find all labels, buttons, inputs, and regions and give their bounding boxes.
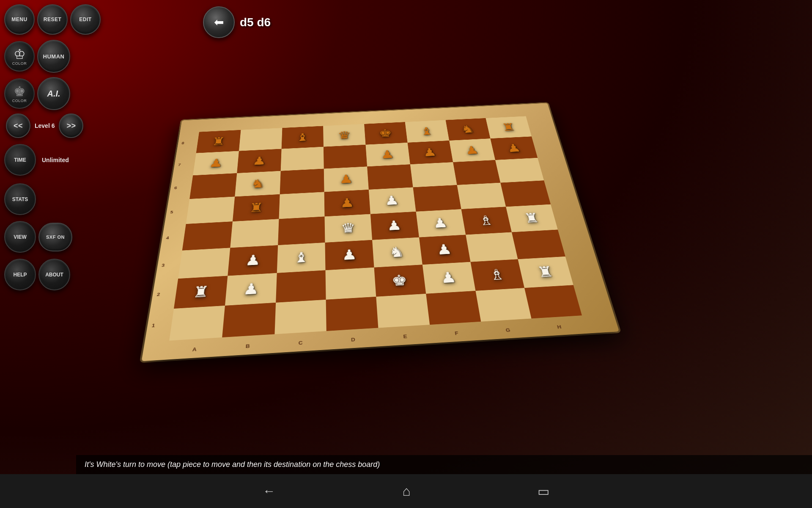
piece-h7: ♟ (506, 143, 522, 154)
square-d5[interactable]: ♟ (324, 190, 370, 217)
piece-a2: ♜ (192, 284, 210, 300)
square-b3[interactable]: ♟ (228, 245, 278, 276)
square-c3[interactable]: ♝ (277, 243, 325, 273)
nav-back-icon[interactable]: ← (263, 484, 275, 498)
level-prev-button[interactable]: << (6, 113, 30, 138)
square-f6[interactable] (410, 162, 457, 187)
piece-b3: ♟ (245, 253, 261, 268)
piece-e4: ♟ (387, 219, 403, 232)
square-c5[interactable] (279, 192, 325, 219)
square-g5[interactable] (457, 183, 506, 209)
square-d6[interactable]: ♟ (324, 166, 369, 192)
square-h6[interactable] (495, 158, 544, 183)
square-a7[interactable]: ♟ (193, 151, 239, 176)
square-h8[interactable]: ♜ (486, 116, 532, 138)
player1-color-button[interactable]: ♔ COLOR (4, 41, 35, 72)
square-b2[interactable]: ♟ (225, 273, 277, 306)
square-c8[interactable]: ♝ (281, 126, 324, 149)
square-b7[interactable]: ♟ (237, 149, 281, 173)
square-h1[interactable] (524, 285, 582, 318)
human-button[interactable]: HUMAN (37, 40, 70, 73)
square-g8[interactable]: ♞ (445, 118, 490, 141)
square-d1[interactable] (326, 297, 379, 331)
edit-button[interactable]: EDIT (70, 4, 101, 35)
square-h3[interactable] (512, 229, 565, 259)
piece-h4: ♜ (523, 211, 540, 224)
menu-button[interactable]: MENU (4, 4, 35, 35)
square-h4[interactable]: ♜ (506, 204, 557, 232)
square-f5[interactable] (413, 185, 461, 212)
square-b8[interactable] (239, 128, 282, 151)
level-row: << Level 6 >> (4, 113, 74, 138)
square-b5[interactable]: ♜ (233, 194, 280, 221)
square-e4[interactable]: ♟ (370, 212, 419, 240)
piece-h8: ♜ (501, 122, 516, 133)
square-a1[interactable] (169, 306, 225, 341)
square-h5[interactable] (500, 180, 551, 207)
square-e7[interactable]: ♟ (366, 143, 410, 166)
square-b4[interactable] (230, 219, 279, 248)
status-bar: It's White's turn to move (tap piece to … (76, 455, 812, 474)
last-move-text: d5 d6 (240, 16, 271, 29)
square-f2[interactable]: ♟ (422, 262, 475, 294)
square-a4[interactable] (182, 221, 233, 251)
square-a5[interactable] (186, 196, 235, 224)
square-d3[interactable]: ♟ (325, 240, 374, 271)
view-button[interactable]: VIEW (4, 221, 36, 253)
square-f3[interactable]: ♟ (419, 235, 470, 265)
stats-button[interactable]: STATS (4, 183, 36, 215)
square-g6[interactable] (453, 160, 501, 185)
square-g7[interactable]: ♟ (449, 138, 495, 162)
square-b6[interactable]: ♞ (235, 171, 280, 197)
square-a2[interactable]: ♜ (174, 276, 228, 309)
ai-button[interactable]: A.I. (37, 77, 70, 110)
square-c7[interactable] (280, 147, 324, 171)
square-c2[interactable] (276, 270, 326, 303)
piece-b7: ♟ (252, 155, 266, 166)
square-c1[interactable] (274, 300, 326, 334)
chess-board-grid[interactable]: ♜ ♝ ♛ ♚ ♝ ♞ ♜ ♟ ♟ ♟ ♟ ♟ ♟ ♞ (169, 116, 582, 340)
square-g4[interactable]: ♗ (461, 207, 512, 235)
square-c4[interactable] (278, 216, 325, 245)
square-d7[interactable] (324, 145, 367, 169)
piece-e2: ♚ (391, 273, 408, 288)
square-e6[interactable] (367, 164, 413, 190)
sxf-button[interactable]: SXF ON (38, 223, 72, 251)
nav-bar: ← ⌂ ▭ (0, 474, 812, 508)
square-g1[interactable] (475, 288, 532, 322)
stats-row: STATS (4, 183, 74, 215)
player2-color-button[interactable]: ♚ COLOR (4, 78, 35, 109)
square-a3[interactable] (178, 248, 230, 279)
nav-recent-icon[interactable]: ▭ (538, 484, 549, 499)
piece-h2: ♜ (536, 265, 555, 280)
square-g3[interactable] (466, 232, 518, 262)
square-f4[interactable]: ♟ (416, 209, 465, 237)
square-e1[interactable] (376, 294, 430, 328)
toolbar-row: MENU RESET EDIT (4, 4, 74, 35)
square-f8[interactable]: ♝ (405, 120, 449, 143)
square-d4[interactable]: ♛ (325, 214, 372, 243)
square-a6[interactable] (189, 173, 237, 199)
square-h7[interactable]: ♟ (491, 136, 538, 160)
reset-button[interactable]: RESET (37, 4, 68, 35)
square-b1[interactable] (222, 303, 276, 337)
square-c6[interactable] (280, 169, 324, 194)
square-e2[interactable]: ♚ (374, 265, 426, 297)
square-f7[interactable]: ♟ (407, 141, 453, 164)
square-f1[interactable] (426, 291, 481, 325)
status-message: It's White's turn to move (tap piece to … (85, 460, 380, 469)
square-d8[interactable]: ♛ (323, 124, 365, 147)
nav-home-icon[interactable]: ⌂ (402, 483, 410, 499)
square-e8[interactable]: ♚ (364, 122, 407, 145)
help-button[interactable]: HELP (4, 259, 36, 290)
about-button[interactable]: ABOUT (38, 259, 70, 290)
square-h2[interactable]: ♜ (518, 257, 573, 288)
square-g2[interactable]: ♗ (470, 259, 524, 291)
square-d2[interactable] (326, 268, 376, 300)
square-a8[interactable]: ♜ (196, 130, 241, 153)
square-e5[interactable]: ♟ (369, 187, 416, 214)
square-e3[interactable]: ♞ (372, 237, 422, 268)
back-move-button[interactable]: ⬅ (203, 6, 235, 38)
time-button[interactable]: TIME (4, 144, 36, 176)
view-row: VIEW SXF ON (4, 221, 74, 253)
